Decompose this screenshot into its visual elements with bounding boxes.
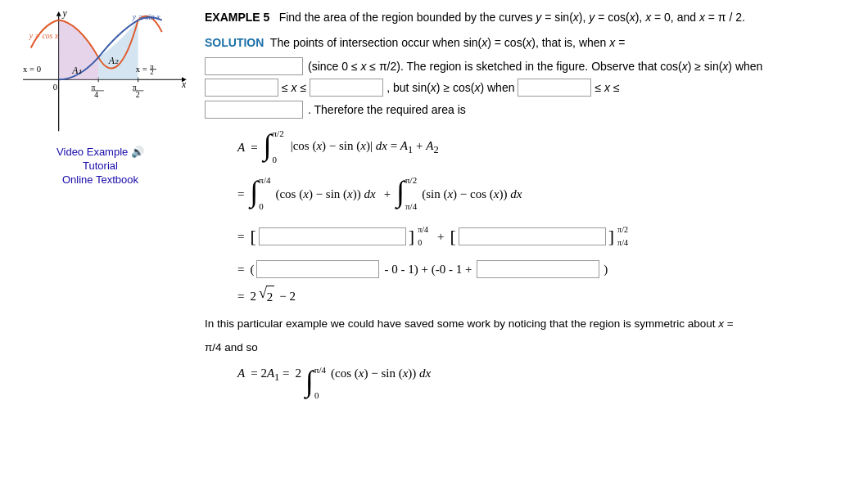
eq5-equals: = xyxy=(237,286,244,306)
plus-sign-1: + xyxy=(437,227,444,246)
final-eq1: = 2A1 = xyxy=(251,363,289,385)
svg-text:2: 2 xyxy=(136,90,140,99)
lower-limit-1: 0 xyxy=(273,153,284,168)
input-line1[interactable] xyxy=(205,57,303,75)
input-eq4b[interactable] xyxy=(477,260,599,278)
lower-limit-3: π/4 xyxy=(405,200,417,214)
final-upper: π/4 xyxy=(314,363,326,378)
leq-x-leq-2: ≤ x ≤ xyxy=(594,79,619,97)
left-panel: y x y = cos x y = sin x A₁ A₂ x = 0 x = … xyxy=(0,0,197,477)
svg-marker-3 xyxy=(57,11,61,16)
math-block: A = ∫ π/2 0 |cos (x) − sin (x)| dx = A1 … xyxy=(237,127,856,307)
eval-upper-1: π/4 xyxy=(418,223,428,236)
open-bracket-1: [ xyxy=(250,222,255,250)
final-lower: 0 xyxy=(314,389,326,403)
open-bracket-2: [ xyxy=(450,222,455,250)
upper-limit-3: π/2 xyxy=(405,173,417,188)
example-label: EXAMPLE 5 xyxy=(205,11,269,24)
eq3-equals: = xyxy=(237,227,244,246)
eq1-equals: = xyxy=(251,137,257,157)
tutorial-link[interactable]: Tutorial xyxy=(12,160,188,172)
final-2: 2 xyxy=(296,363,302,383)
final-A: A xyxy=(237,363,245,383)
origin-label: 0 xyxy=(53,83,57,92)
line3-text: . Therefore the required area is xyxy=(308,101,466,119)
right-panel: EXAMPLE 5 Find the area of the region bo… xyxy=(197,0,868,477)
eq2-equals: = xyxy=(237,184,244,204)
eval-upper-2: π/2 xyxy=(617,223,628,236)
but-sincos: , but sin(x) ≥ cos(x) when xyxy=(387,79,514,97)
integral-sign-1: ∫ xyxy=(264,130,272,160)
online-textbook-link[interactable]: Online Textbook xyxy=(12,173,188,186)
final-integrand: (cos (x) − sin (x)) dx xyxy=(331,363,431,383)
x0-label: x = 0 xyxy=(23,65,41,74)
eq1-integrand: |cos (x) − sin (x)| dx = A1 + A2 xyxy=(291,136,439,158)
eq1-A: A xyxy=(237,137,245,157)
eq3-row: = [ ] π/4 0 + [ ] π/2 π/4 xyxy=(237,222,856,250)
eq4-mid: - 0 - 1) + (-0 - 1 + xyxy=(384,259,472,279)
eq5-value: 2 xyxy=(250,286,256,306)
eval-lower-1: 0 xyxy=(418,236,428,250)
close-bracket-2: ] xyxy=(608,222,614,250)
solution-intro: The points of intersection occur when si… xyxy=(264,34,625,52)
video-example-link[interactable]: Video Example 🔊 xyxy=(12,146,188,158)
note-line1: In this particular example we could have… xyxy=(205,315,856,333)
eq2-row: = ∫ π/4 0 (cos (x) − sin (x)) dx + ∫ π/2… xyxy=(237,173,856,214)
svg-text:4: 4 xyxy=(94,90,98,99)
sqrt-content: 2 xyxy=(266,286,275,307)
upper-limit-1: π/2 xyxy=(273,127,284,142)
upper-limit-2: π/4 xyxy=(259,173,270,188)
input-eq3b[interactable] xyxy=(459,227,606,245)
a1-label: A₁ xyxy=(71,65,82,76)
eq2-plus: + xyxy=(384,184,391,204)
example-header: EXAMPLE 5 Find the area of the region bo… xyxy=(205,8,856,27)
integral-sign-2: ∫ xyxy=(250,177,258,206)
integral-sign-4: ∫ xyxy=(305,367,314,396)
eq5-row: = 2 √ 2 − 2 xyxy=(237,286,856,307)
graph-svg: y x y = cos x y = sin x A₁ A₂ x = 0 x = … xyxy=(12,8,192,139)
eq5-rest: − 2 xyxy=(279,286,296,306)
x-axis-label: x xyxy=(181,79,187,90)
line2: ≤ x ≤ , but sin(x) ≥ cos(x) when ≤ x ≤ xyxy=(205,79,856,97)
cos-label: y = cos x xyxy=(29,31,59,40)
eval-lower-2: π/4 xyxy=(617,236,628,250)
lower-limit-2: 0 xyxy=(259,200,270,214)
eq2-first-integrand: (cos (x) − sin (x)) dx xyxy=(275,184,375,204)
xpi2-label: x = xyxy=(136,65,147,74)
final-eq-row: A = 2A1 = 2 ∫ π/4 0 (cos (x) − sin (x)) … xyxy=(237,363,856,403)
a2-label: A₂ xyxy=(108,56,119,66)
note-line2: π/4 and so xyxy=(205,339,856,357)
input-line3[interactable] xyxy=(205,101,303,119)
integral-sign-3: ∫ xyxy=(396,177,405,206)
sin-label: y = sin x xyxy=(132,12,160,21)
line1: (since 0 ≤ x ≤ π/2). The region is sketc… xyxy=(205,57,856,75)
input-line2c[interactable] xyxy=(518,79,591,97)
input-eq3a[interactable] xyxy=(259,227,406,245)
close-bracket-1: ] xyxy=(409,222,414,250)
example-text: Find the area of the region bounded by t… xyxy=(273,11,745,24)
line1-text: (since 0 ≤ x ≤ π/2). The region is sketc… xyxy=(308,57,762,75)
line3: . Therefore the required area is xyxy=(205,101,856,119)
eq1-row: A = ∫ π/2 0 |cos (x) − sin (x)| dx = A1 … xyxy=(237,127,856,167)
eq4-equals: = xyxy=(237,259,244,279)
graph-container: y x y = cos x y = sin x A₁ A₂ x = 0 x = … xyxy=(12,8,192,139)
y-axis-label: y xyxy=(62,8,68,19)
leq-x-leq-1: ≤ x ≤ xyxy=(282,79,306,97)
svg-text:2: 2 xyxy=(150,68,153,76)
eq2-second-integrand: (sin (x) − cos (x)) dx xyxy=(422,184,522,204)
solution-line: SOLUTION The points of intersection occu… xyxy=(205,34,856,52)
sqrt-wrapper: √ 2 xyxy=(259,286,274,307)
solution-label: SOLUTION xyxy=(205,34,264,52)
input-line2b[interactable] xyxy=(310,79,383,97)
eq4-row: = ( - 0 - 1) + (-0 - 1 + ) xyxy=(237,259,856,279)
input-eq4a[interactable] xyxy=(256,260,379,278)
close-paren-1: ) xyxy=(604,259,608,279)
open-paren-1: ( xyxy=(250,259,254,279)
input-line2a[interactable] xyxy=(205,79,278,97)
